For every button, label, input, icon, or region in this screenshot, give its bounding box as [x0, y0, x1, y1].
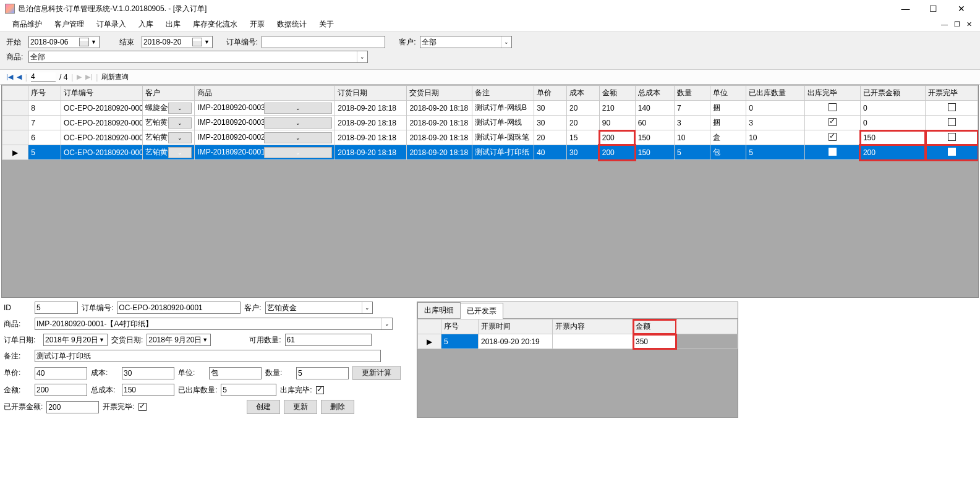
checkbox[interactable] [948, 118, 956, 126]
end-date-input[interactable]: ▼ [142, 36, 213, 48]
chevron-down-icon[interactable]: ⌄ [264, 103, 332, 114]
column-header[interactable]: 订单编号 [61, 86, 142, 101]
table-row[interactable]: ▶5OC-EPO-20180920-0001艺铂黄金⌄IMP-20180920-… [2, 145, 978, 160]
chevron-down-icon[interactable]: ⌄ [168, 147, 192, 158]
tab-outdetail[interactable]: 出库明细 [417, 302, 461, 318]
chevron-down-icon[interactable]: ⌄ [357, 51, 367, 62]
column-header[interactable]: 备注 [472, 86, 534, 101]
close-button[interactable]: ✕ [947, 0, 975, 17]
create-button[interactable]: 创建 [247, 400, 280, 414]
nav-refresh-button[interactable]: 刷新查询 [101, 72, 129, 82]
amount-input[interactable] [35, 384, 87, 396]
column-header[interactable]: 序号 [441, 319, 479, 334]
column-header[interactable]: 开票完毕 [926, 86, 978, 101]
column-header[interactable]: 金额 [599, 86, 635, 101]
table-row[interactable]: 8OC-EPO-20180920-0004螺旋金钢⌄IMP-20180920-0… [2, 101, 978, 116]
checkbox[interactable] [829, 118, 837, 126]
delete-button[interactable]: 删除 [321, 400, 354, 414]
nav-prev-icon[interactable]: ◀ [17, 73, 22, 81]
row-header[interactable]: ▶ [2, 145, 28, 160]
chevron-down-icon[interactable]: ⌄ [362, 302, 372, 313]
column-header[interactable]: 开票时间 [479, 319, 553, 334]
unit-input[interactable] [209, 367, 262, 379]
orderno-input[interactable] [262, 36, 385, 48]
chevron-down-icon[interactable]: ⌄ [381, 318, 392, 329]
checkbox[interactable] [829, 103, 837, 111]
menu-item[interactable]: 商品维护 [6, 18, 48, 31]
product-combo[interactable]: ⌄ [35, 318, 393, 330]
column-header[interactable]: 单价 [534, 86, 567, 101]
column-header[interactable]: 数量 [675, 86, 710, 101]
nav-current-input[interactable] [31, 72, 56, 82]
minimize-button[interactable]: — [892, 0, 919, 17]
customer-combo[interactable]: ⌄ [420, 36, 512, 48]
table-row[interactable]: 6OC-EPO-20180920-0002艺铂黄金⌄IMP-20180920-0… [2, 130, 978, 145]
update-button[interactable]: 更新 [284, 400, 317, 414]
chevron-down-icon[interactable]: ▼ [98, 337, 106, 343]
tab-invoiced[interactable]: 已开发票 [460, 303, 503, 319]
menu-item[interactable]: 出库 [160, 18, 187, 31]
column-header[interactable]: 商品 [195, 86, 335, 101]
nav-first-icon[interactable]: |◀ [6, 73, 13, 81]
column-header[interactable]: 已出库数量 [746, 86, 805, 101]
checkbox[interactable] [829, 133, 837, 141]
price-input[interactable] [35, 367, 87, 379]
product-combo[interactable]: ⌄ [28, 51, 368, 63]
column-header[interactable]: 成本 [566, 86, 599, 101]
nav-next-icon[interactable]: ▶ [77, 73, 82, 81]
row-header[interactable] [2, 130, 28, 145]
totalcost-input[interactable] [122, 384, 174, 396]
recalc-button[interactable]: 更新计算 [352, 366, 401, 380]
mdi-minimize-icon[interactable]: — [939, 20, 950, 28]
menu-item[interactable]: 数据统计 [271, 18, 313, 31]
column-header[interactable]: 单位 [710, 86, 746, 101]
orderdate-input[interactable]: ▼ [43, 334, 108, 346]
checkbox[interactable] [948, 103, 956, 111]
chevron-down-icon[interactable]: ⌄ [168, 117, 192, 129]
orderno-input[interactable] [117, 302, 241, 314]
outqty-input[interactable] [221, 384, 276, 396]
row-header[interactable] [2, 116, 28, 130]
chevron-down-icon[interactable]: ⌄ [264, 117, 332, 129]
start-date-input[interactable]: ▼ [28, 36, 100, 48]
column-header[interactable]: 出库完毕 [805, 86, 861, 101]
column-header[interactable]: 总成本 [635, 86, 674, 101]
table-row[interactable]: 7OC-EPO-20180920-0003艺铂黄金⌄IMP-20180920-0… [2, 116, 978, 130]
main-grid[interactable]: 序号订单编号客户商品订货日期交货日期备注单价成本金额总成本数量单位已出库数量出库… [1, 85, 979, 298]
column-header[interactable]: 已开票金额 [860, 86, 926, 101]
cost-input[interactable] [122, 367, 174, 379]
column-header[interactable]: 客户 [142, 86, 194, 101]
column-header[interactable]: 订货日期 [335, 86, 407, 101]
invdone-checkbox[interactable] [138, 403, 147, 411]
invoiced-input[interactable] [46, 401, 99, 413]
column-header[interactable]: 交货日期 [407, 86, 472, 101]
menu-item[interactable]: 开票 [244, 18, 271, 31]
menu-item[interactable]: 客户管理 [48, 18, 90, 31]
id-input[interactable] [35, 302, 78, 314]
column-header[interactable]: 序号 [28, 86, 61, 101]
available-input[interactable] [285, 334, 372, 346]
customer-combo[interactable]: ⌄ [265, 302, 373, 314]
menu-item[interactable]: 库存变化流水 [187, 18, 244, 31]
chevron-down-icon[interactable]: ⌄ [264, 132, 332, 143]
row-header[interactable] [2, 101, 28, 116]
checkbox[interactable] [948, 148, 956, 156]
table-row[interactable]: ▶52018-09-20 20:19350 [418, 334, 738, 349]
chevron-down-icon[interactable]: ▼ [90, 39, 98, 45]
chevron-down-icon[interactable]: ⌄ [168, 103, 192, 114]
chevron-down-icon[interactable]: ▼ [203, 39, 211, 45]
chevron-down-icon[interactable]: ▼ [201, 337, 209, 343]
maximize-button[interactable]: ☐ [919, 0, 947, 17]
deliverydate-input[interactable]: ▼ [147, 334, 211, 346]
mdi-restore-icon[interactable]: ❐ [952, 20, 962, 28]
mdi-close-icon[interactable]: ✕ [965, 20, 974, 28]
qty-input[interactable] [296, 367, 349, 379]
chevron-down-icon[interactable]: ⌄ [501, 36, 511, 48]
checkbox[interactable] [948, 133, 956, 141]
nav-last-icon[interactable]: ▶| [85, 73, 92, 81]
chevron-down-icon[interactable]: ⌄ [264, 147, 332, 158]
chevron-down-icon[interactable]: ⌄ [168, 132, 192, 143]
menu-item[interactable]: 关于 [313, 18, 340, 31]
menu-item[interactable]: 订单录入 [90, 18, 132, 31]
outdone-checkbox[interactable] [316, 386, 324, 394]
